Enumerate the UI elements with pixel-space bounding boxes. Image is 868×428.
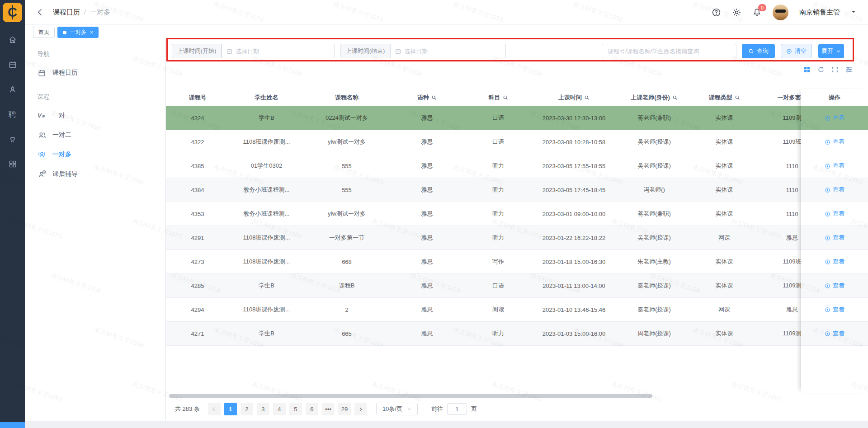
table-cell: 实体课 bbox=[693, 178, 756, 202]
view-link[interactable]: 查看 bbox=[801, 202, 868, 226]
table-row[interactable]: 42911108班课作废测...一对多第一节雅思听力2023-01-22 16:… bbox=[166, 226, 868, 250]
view-link[interactable]: 查看 bbox=[801, 322, 868, 346]
table-row[interactable]: 42941108班课作废测...2雅思阅读2023-01-10 13:46-15… bbox=[166, 298, 868, 322]
page-button-3[interactable]: 3 bbox=[257, 403, 269, 415]
page-size-select[interactable]: 10条/页 bbox=[376, 403, 418, 415]
tab-home-label: 首页 bbox=[38, 28, 49, 36]
column-search-icon[interactable] bbox=[672, 95, 678, 100]
table-cell: 吴老师(授课) bbox=[616, 130, 693, 154]
keyword-search-field[interactable] bbox=[602, 44, 736, 58]
view-link-label: 查看 bbox=[833, 329, 844, 338]
page-button-6[interactable]: 6 bbox=[306, 403, 318, 415]
grid-view-icon[interactable] bbox=[803, 66, 811, 73]
tab-close-icon[interactable]: × bbox=[90, 29, 93, 36]
table-row[interactable]: 4324学生B0224测试一对多雅思口语2023-03-30 12:30-13:… bbox=[166, 106, 868, 130]
sidebar-item-people[interactable]: 一对二 bbox=[37, 130, 165, 140]
sidebar-item-tutor[interactable]: 课后辅导 bbox=[37, 169, 165, 179]
table-row[interactable]: 42731108班课作废测...668雅思写作2023-01-18 15:00-… bbox=[166, 250, 868, 274]
view-link[interactable]: 查看 bbox=[801, 274, 868, 298]
clear-button[interactable]: 清空 bbox=[781, 44, 812, 58]
search-button-label: 查询 bbox=[757, 47, 769, 55]
horizontal-scrollbar[interactable] bbox=[169, 394, 652, 398]
help-icon[interactable] bbox=[712, 8, 721, 17]
table-cell: 2023-03-05 17:55-18:55 bbox=[532, 154, 616, 178]
page-ellipsis[interactable]: ••• bbox=[322, 403, 335, 415]
start-date-picker[interactable] bbox=[222, 44, 335, 58]
end-date-picker[interactable] bbox=[390, 44, 506, 58]
app-root: C 聘 课程日历 bbox=[0, 0, 868, 428]
page-button-4[interactable]: 4 bbox=[273, 403, 286, 415]
table-cell: ylw测试一对多 bbox=[304, 202, 390, 226]
view-link[interactable]: 查看 bbox=[801, 298, 868, 322]
expand-button[interactable]: 展开 bbox=[818, 44, 844, 58]
page-button-2[interactable]: 2 bbox=[241, 403, 253, 415]
view-link[interactable]: 查看 bbox=[801, 178, 868, 202]
calendar-icon[interactable] bbox=[8, 60, 18, 70]
column-search-icon[interactable] bbox=[584, 95, 590, 100]
back-button[interactable] bbox=[36, 8, 45, 17]
table-cell: 阅读 bbox=[464, 298, 532, 321]
heart-icon[interactable] bbox=[8, 134, 18, 144]
page-button-1[interactable]: 1 bbox=[224, 403, 237, 415]
view-link-label: 查看 bbox=[833, 210, 844, 218]
next-page-button[interactable] bbox=[354, 403, 367, 415]
column-search-icon[interactable] bbox=[735, 95, 740, 100]
column-search-icon[interactable] bbox=[431, 95, 437, 100]
vip-icon: VIP bbox=[37, 111, 47, 121]
user-avatar[interactable] bbox=[773, 5, 788, 20]
sidebar-item-label: 一对二 bbox=[52, 131, 71, 139]
start-date-input[interactable] bbox=[222, 44, 334, 58]
table-row[interactable]: 4271学生B665雅思听力2023-01-03 15:00-16:00周老师(… bbox=[166, 322, 868, 346]
user-dropdown-caret-icon[interactable] bbox=[851, 9, 856, 16]
eye-icon bbox=[825, 259, 830, 265]
tab-home[interactable]: 首页 bbox=[33, 27, 55, 38]
tab-one-to-many[interactable]: 一对多 × bbox=[57, 27, 99, 38]
table-cell: ylw测试一对多 bbox=[304, 130, 390, 154]
table-row[interactable]: 4384教务小班课程测...555雅思听力2023-03-05 17:45-18… bbox=[166, 178, 868, 202]
view-link[interactable]: 查看 bbox=[801, 154, 868, 178]
page-list: 123456•••29 bbox=[224, 403, 351, 415]
page-button-5[interactable]: 5 bbox=[289, 403, 302, 415]
sidebar-item-calendar[interactable]: 课程日历 bbox=[37, 68, 165, 78]
fixed-operation-column: 操作查看查看查看查看查看查看查看查看查看查看 bbox=[801, 89, 868, 393]
home-icon[interactable] bbox=[8, 35, 18, 45]
view-link[interactable]: 查看 bbox=[801, 106, 868, 130]
page-button-29[interactable]: 29 bbox=[338, 403, 351, 415]
end-date-input[interactable] bbox=[391, 44, 505, 58]
app-logo[interactable]: C bbox=[0, 0, 25, 25]
prev-page-button[interactable] bbox=[208, 403, 221, 415]
view-link[interactable]: 查看 bbox=[801, 130, 868, 154]
table-row[interactable]: 43221108班课作废测...ylw测试一对多雅思口语2023-03-08 1… bbox=[166, 130, 868, 154]
fullscreen-icon[interactable] bbox=[831, 66, 839, 73]
table-cell: 雅思 bbox=[390, 130, 464, 154]
sidebar-item-multi[interactable]: 一对多 bbox=[37, 150, 165, 160]
view-link[interactable]: 查看 bbox=[801, 226, 868, 250]
table-row[interactable]: 438501学生0302555雅思听力2023-03-05 17:55-18:5… bbox=[166, 154, 868, 178]
table-cell: 听力 bbox=[464, 322, 532, 345]
column-search-icon[interactable] bbox=[503, 95, 508, 100]
keyword-search-input[interactable] bbox=[602, 44, 736, 58]
table-cell: 网课 bbox=[693, 298, 756, 321]
search-button[interactable]: 查询 bbox=[742, 44, 775, 58]
recruit-glyph-icon[interactable]: 聘 bbox=[8, 109, 18, 119]
column-header: 课程类型 bbox=[693, 89, 756, 106]
sidebar-item-label: 课程日历 bbox=[52, 69, 78, 77]
view-link[interactable]: 查看 bbox=[801, 250, 868, 274]
notification-bell-icon[interactable]: 0 bbox=[752, 8, 762, 17]
table-row[interactable]: 4353教务小班课程测...ylw测试一对多雅思听力2023-03-01 09:… bbox=[166, 202, 868, 226]
user-name[interactable]: 南京销售主管 bbox=[799, 8, 840, 17]
breadcrumb-section[interactable]: 课程日历 bbox=[53, 8, 80, 17]
table-cell: 网课 bbox=[693, 226, 756, 249]
refresh-icon[interactable] bbox=[817, 66, 825, 73]
eye-icon bbox=[825, 163, 830, 169]
column-filter-icon[interactable] bbox=[845, 66, 853, 73]
sidebar-item-vip[interactable]: VIP一对一 bbox=[37, 111, 165, 121]
notification-badge: 0 bbox=[758, 4, 766, 11]
table-row[interactable]: 4285学生B课程B雅思口语2023-01-11 13:00-14:00秦老师(… bbox=[166, 274, 868, 298]
sidebar-group-title: 导航 bbox=[37, 50, 165, 58]
table-cell: 写作 bbox=[464, 250, 532, 273]
apps-grid-icon[interactable] bbox=[8, 159, 18, 169]
teacher-icon[interactable] bbox=[8, 85, 18, 94]
settings-gear-icon[interactable] bbox=[732, 8, 741, 17]
goto-page-input[interactable] bbox=[447, 403, 467, 415]
